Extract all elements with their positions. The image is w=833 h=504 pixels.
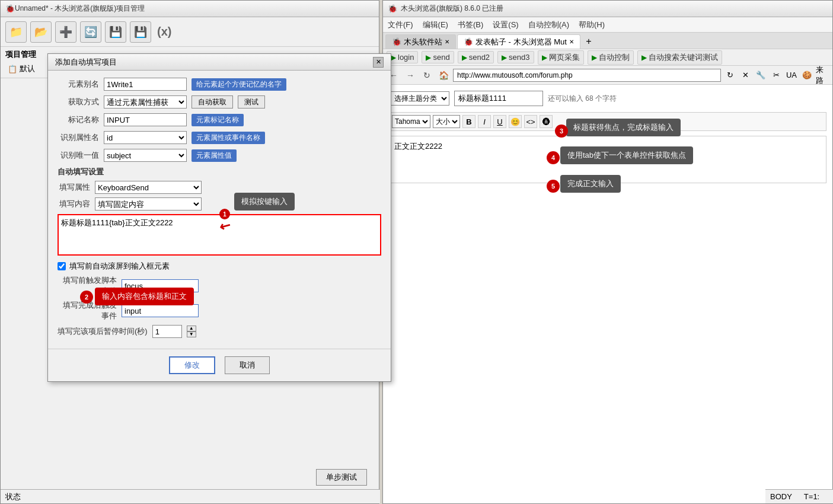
app-toolbar: 📁 📂 ➕ 🔄 💾 💾 (x) (1, 17, 379, 47)
tag-name-input[interactable] (104, 113, 187, 126)
toolbar-btn-1[interactable]: 📁 (5, 21, 27, 43)
toolbar-btn-2[interactable]: 📂 (30, 21, 52, 43)
toolbar-btn-6[interactable]: 💾 (130, 21, 151, 43)
fetch-method-row: 获取方式 通过元素属性捕获 自动获取 测试 (58, 95, 381, 109)
tree-item-icon: 📋 (8, 65, 17, 74)
quick-nav-webcollect[interactable]: ▶ 网页采集 (538, 50, 584, 65)
nav-send3-arrow: ▶ (502, 53, 507, 62)
font-select[interactable]: Tahoma (392, 115, 430, 128)
nav-autosearch-label: 自动搜索关键词测试 (649, 52, 718, 63)
after-event-input[interactable] (122, 304, 199, 317)
nav-send2-label: send2 (469, 53, 490, 62)
modify-button[interactable]: 修改 (169, 356, 215, 374)
menu-help[interactable]: 帮助(H) (579, 20, 605, 30)
nav-login-label: login (398, 53, 414, 62)
tab-mutousoft-icon: 🐞 (392, 37, 401, 46)
dialog-close-button[interactable]: ✕ (373, 57, 384, 68)
pause-spinner[interactable]: ▲ ▼ (187, 326, 196, 337)
toolbar-btn-4[interactable]: 🔄 (80, 21, 101, 43)
cookie-icon[interactable]: 🍪 (800, 69, 813, 82)
tag-name-row: 标记名称 元素标记名称 (58, 113, 381, 126)
app-icon: 🐞 (5, 4, 15, 13)
address-bar: ← → ↻ 🏠 ↻ ✕ 🔧 ✂ UA 🍪 来路 (383, 66, 832, 85)
toolbar-btn-5[interactable]: 💾 (105, 21, 126, 43)
tab-forum-post[interactable]: 🐞 发表帖子 - 木头浏览器 Mut ✕ (457, 34, 580, 49)
fetch-method-select[interactable]: 通过元素属性捕获 (104, 95, 187, 109)
toolbar-btn-3[interactable]: ➕ (55, 21, 76, 43)
status-text: 状态 (5, 492, 21, 502)
scroll-checkbox-row: 填写前自动滚屏到输入框元素 (58, 261, 381, 272)
quick-nav-autosearch[interactable]: ▶ 自动搜索关键词测试 (637, 50, 722, 65)
quick-nav-send2[interactable]: ▶ send2 (458, 51, 494, 63)
attr-name-label: 识别属性名 (58, 132, 99, 143)
scroll-label: 填写前自动滚屏到输入框元素 (69, 261, 170, 272)
bold-button[interactable]: B (462, 115, 475, 128)
forum-category-select[interactable]: 选择主题分类 (389, 91, 449, 106)
menu-auto-control[interactable]: 自动控制(A) (528, 20, 569, 30)
quick-nav-autocontrol[interactable]: ▶ 自动控制 (588, 50, 634, 65)
spin-down-btn[interactable]: ▼ (187, 331, 196, 337)
home-button[interactable]: 🏠 (436, 68, 451, 82)
quick-nav-login[interactable]: ▶ login (387, 51, 418, 63)
badge-1: 1 (219, 209, 230, 219)
attr-name-row: 识别属性名 id 元素属性或事件名称 (58, 131, 381, 144)
tooltip-5: 完成正文输入 (560, 175, 621, 193)
attr-unique-row: 识别唯一值 subject 元素属性值 (58, 149, 381, 162)
browser-status-bar: BODY T=1: (765, 489, 833, 503)
code-btn[interactable]: <> (524, 115, 537, 128)
ua-icon[interactable]: UA (785, 69, 798, 82)
dialog-footer: 修改 取消 (48, 349, 391, 381)
menu-settings[interactable]: 设置(S) (493, 20, 518, 30)
emoji-button[interactable]: 😊 (509, 115, 522, 128)
scroll-checkbox[interactable] (58, 262, 66, 270)
scissor-icon[interactable]: ✂ (770, 69, 783, 82)
reload-button[interactable]: ↻ (420, 68, 434, 82)
badge-5: 5 (547, 180, 560, 193)
menu-bookmarks[interactable]: 书签(B) (458, 20, 483, 30)
menu-edit[interactable]: 编辑(E) (423, 20, 448, 30)
browser-content: 选择主题分类 还可以输入 68 个字符 Tahoma 大小 B I U 😊 <>… (383, 85, 832, 189)
reload-addr-icon[interactable]: ↻ (723, 69, 736, 82)
size-select[interactable]: 大小 (433, 115, 460, 128)
element-alias-label: 元素别名 (58, 79, 99, 90)
fill-content-select[interactable]: 填写固定内容 (95, 197, 202, 210)
fill-attr-select[interactable]: KeyboardSend (95, 181, 202, 194)
step-test-button[interactable]: 单步测试 (316, 469, 367, 486)
element-alias-input[interactable] (104, 78, 187, 91)
italic-button[interactable]: I (478, 115, 491, 128)
attr-unique-select[interactable]: subject (104, 149, 187, 162)
nav-send-arrow: ▶ (426, 53, 431, 62)
color-btn[interactable]: 🅐 (540, 115, 553, 128)
auto-fetch-button[interactable]: 自动获取 (192, 95, 233, 109)
tab-add-button[interactable]: + (582, 34, 596, 49)
cancel-button[interactable]: 取消 (225, 356, 270, 374)
tool-addr-icon[interactable]: 🔧 (754, 69, 767, 82)
app-title: Unnamed* - 木头浏览器(旗舰版)项目管理 (15, 4, 374, 14)
pause-input[interactable] (152, 325, 182, 338)
stop-addr-icon[interactable]: ✕ (739, 69, 752, 82)
forward-button[interactable]: → (403, 68, 417, 82)
address-input[interactable] (453, 69, 721, 82)
dialog-body: 元素别名 给元素起个方便记忆的名字 获取方式 通过元素属性捕获 自动获取 测试 … (48, 71, 391, 349)
tab-forum-post-label: 发表帖子 - 木头浏览器 Mut (475, 37, 567, 47)
quick-nav-send3[interactable]: ▶ send3 (497, 51, 534, 63)
post-title-input[interactable] (454, 91, 543, 106)
path-icon[interactable]: 来路 (816, 69, 829, 82)
tab-mutousoft[interactable]: 🐞 木头软件站 ✕ (385, 34, 456, 49)
tab-forum-post-close[interactable]: ✕ (569, 39, 574, 45)
quick-nav-send[interactable]: ▶ send (422, 51, 454, 63)
attr-name-select[interactable]: id (104, 131, 187, 144)
spin-up-btn[interactable]: ▲ (187, 326, 196, 331)
tab-mutousoft-close[interactable]: ✕ (445, 39, 449, 45)
content-textarea[interactable]: 标题标题1111{tab}正文正文2222 (58, 214, 381, 256)
pause-label: 填写完该项后暂停时间(秒) (58, 326, 148, 337)
dialog-title: 添加自动填写项目 (55, 57, 373, 68)
tab-mutousoft-label: 木头软件站 (404, 37, 442, 47)
fill-attr-row: 填写属性 KeyboardSend (58, 181, 381, 194)
nav-login-arrow: ▶ (391, 53, 396, 62)
tag-name-hint: 元素标记名称 (192, 114, 244, 126)
test-button[interactable]: 测试 (238, 95, 265, 109)
menu-file[interactable]: 文件(F) (388, 20, 413, 30)
underline-button[interactable]: U (493, 115, 506, 128)
tooltip-1: 模拟按键输入 (234, 193, 295, 210)
